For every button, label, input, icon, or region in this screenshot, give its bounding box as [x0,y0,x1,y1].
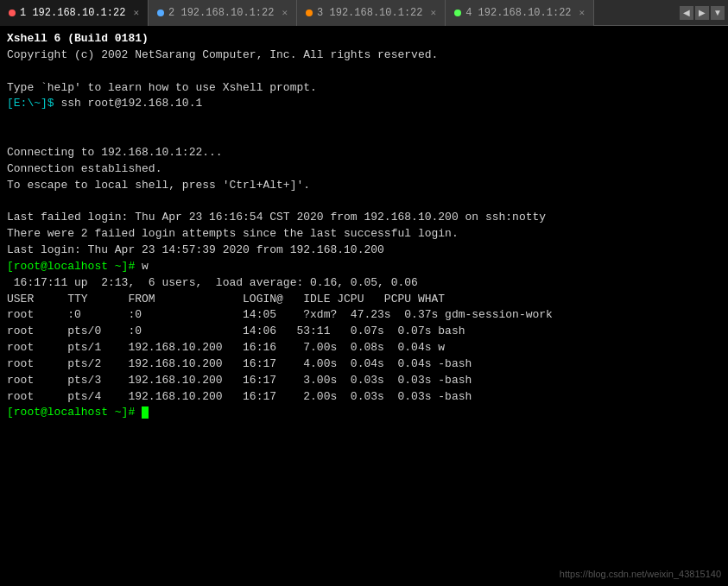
tab-nav: ◀ ▶ ▼ [676,6,728,20]
terminal-line-16: 16:17:11 up 2:13, 6 users, load average:… [7,275,721,292]
tab-4-dot [454,9,461,16]
terminal-line-6 [7,112,721,129]
tab-1-close[interactable]: ✕ [133,7,139,18]
terminal-line-10: To escape to local shell, press 'Ctrl+Al… [7,178,721,194]
terminal-line-3 [7,64,721,80]
cursor [142,406,149,419]
terminal-line-13: There were 2 failed login attempts since… [7,226,721,243]
tab-next-button[interactable]: ▶ [695,6,709,20]
tab-1[interactable]: 1 192.168.10.1:22 ✕ [0,0,149,26]
terminal-line-4: Type `help' to learn how to use Xshell p… [7,80,721,97]
terminal-line-24: [root@localhost ~]# [7,405,721,421]
tab-4-label: 4 192.168.10.1:22 [465,7,571,19]
terminal-line-11 [7,193,721,210]
terminal-line-18: root :0 :0 14:05 ?xdm? 47.23s 0.37s gdm-… [7,307,721,324]
tab-2-close[interactable]: ✕ [282,7,288,18]
terminal-line-1: Xshell 6 (Build 0181) [7,31,721,47]
tab-2-dot [157,9,164,16]
tab-bar: 1 192.168.10.1:22 ✕ 2 192.168.10.1:22 ✕ … [0,0,728,26]
terminal-line-22: root pts/3 192.168.10.200 16:17 3.00s 0.… [7,373,721,389]
tab-3[interactable]: 3 192.168.10.1:22 ✕ [297,0,446,26]
tab-3-label: 3 192.168.10.1:22 [317,7,422,19]
tab-prev-button[interactable]: ◀ [680,6,693,20]
terminal-line-21: root pts/2 192.168.10.200 16:17 4.00s 0.… [7,356,721,373]
terminal-line-17: USER TTY FROM LOGIN@ IDLE JCPU PCPU WHAT [7,292,721,308]
terminal-line-9: Connection established. [7,161,721,178]
terminal-line-14: Last login: Thu Apr 23 14:57:39 2020 fro… [7,243,721,259]
watermark: https://blog.csdn.net/weixin_43815140 [560,569,721,579]
terminal-line-15: [root@localhost ~]# w [7,259,721,275]
tab-2[interactable]: 2 192.168.10.1:22 ✕ [149,0,297,26]
terminal-line-12: Last failed login: Thu Apr 23 16:16:54 C… [7,210,721,226]
tab-4-close[interactable]: ✕ [579,7,586,18]
terminal-line-8: Connecting to 192.168.10.1:22... [7,145,721,161]
tab-1-label: 1 192.168.10.1:22 [20,7,125,19]
tab-1-dot [9,9,16,16]
tab-3-dot [306,9,313,16]
tab-2-label: 2 192.168.10.1:22 [168,7,274,19]
terminal-line-7 [7,129,721,145]
tab-3-close[interactable]: ✕ [431,7,437,18]
terminal[interactable]: Xshell 6 (Build 0181) Copyright (c) 2002… [0,26,728,586]
terminal-line-5: [E:\~]$ ssh root@192.168.10.1 [7,96,721,112]
tab-4[interactable]: 4 192.168.10.1:22 ✕ [446,0,594,26]
tab-menu-button[interactable]: ▼ [711,6,725,20]
terminal-line-2: Copyright (c) 2002 NetSarang Computer, I… [7,47,721,64]
terminal-line-20: root pts/1 192.168.10.200 16:16 7.00s 0.… [7,340,721,356]
terminal-line-23: root pts/4 192.168.10.200 16:17 2.00s 0.… [7,389,721,406]
terminal-line-19: root pts/0 :0 14:06 53:11 0.07s 0.07s ba… [7,324,721,340]
